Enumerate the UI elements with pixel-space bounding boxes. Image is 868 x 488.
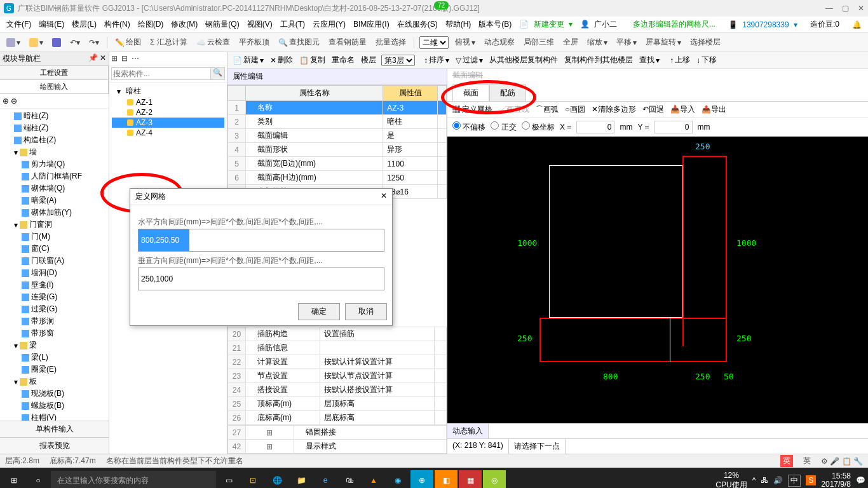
- save-button[interactable]: [50, 37, 64, 48]
- property-row[interactable]: 1名称AZ-3: [228, 101, 447, 115]
- menu-component[interactable]: 构件(N): [102, 18, 133, 31]
- polar-radio[interactable]: 极坐标: [522, 121, 555, 133]
- property-row[interactable]: 26底标高(m)层底标高: [228, 411, 447, 425]
- tray-ime[interactable]: 中: [788, 475, 801, 487]
- new-component-button[interactable]: 📄新建▾: [231, 55, 265, 65]
- steel-button[interactable]: 查看钢筋量: [326, 36, 369, 49]
- tree-node[interactable]: 壁龛(I): [0, 279, 109, 291]
- menu-cloud[interactable]: 云应用(Y): [310, 18, 348, 31]
- define-grid-button[interactable]: ▦ 定义网格: [452, 104, 492, 115]
- tab-section[interactable]: 截面: [452, 85, 489, 101]
- tree-node[interactable]: 过梁(G): [0, 303, 109, 315]
- draw-arc-button[interactable]: ⌒画弧: [536, 104, 559, 115]
- tree-node[interactable]: 砌体加筋(Y): [0, 207, 109, 219]
- tray-up-icon[interactable]: ^: [752, 476, 756, 485]
- app-7-icon[interactable]: ◧: [435, 470, 458, 488]
- menu-steel[interactable]: 钢筋量(Q): [203, 18, 241, 31]
- flat-button[interactable]: 平齐板顶: [236, 36, 272, 49]
- topview-button[interactable]: 俯视▾: [452, 36, 478, 49]
- nav-tree[interactable]: 暗柱(Z) 端柱(Z) 构造柱(Z)▾ 墙 剪力墙(Q) 人防门框墙(RF 砌体…: [0, 109, 109, 421]
- tree-node[interactable]: ▾ 门窗洞: [0, 219, 109, 231]
- draw-line-button[interactable]: ╱画直线: [499, 104, 529, 115]
- ok-button[interactable]: 确定: [298, 303, 340, 320]
- app-5-icon[interactable]: ◉: [386, 470, 409, 488]
- property-row-expand[interactable]: 42⊞显示样式: [228, 440, 447, 454]
- tab-rebar[interactable]: 配筋: [489, 85, 526, 101]
- property-row[interactable]: 4截面形状异形: [228, 143, 447, 157]
- app-1-icon[interactable]: ⊡: [241, 470, 264, 488]
- cortana-icon[interactable]: ○: [27, 470, 50, 488]
- redo-button[interactable]: ↷▾: [86, 37, 102, 48]
- ortho-radio[interactable]: 正交: [491, 121, 516, 133]
- movedown-button[interactable]: ↓下移: [695, 55, 718, 65]
- local3d-button[interactable]: 局部三维: [521, 36, 557, 49]
- notification-icon[interactable]: 💬: [856, 476, 865, 485]
- tree-node[interactable]: 墙洞(D): [0, 267, 109, 279]
- component-search-input[interactable]: [111, 67, 211, 80]
- rename-button[interactable]: 重命名: [330, 55, 356, 65]
- tree-node[interactable]: 端柱(Z): [0, 122, 109, 134]
- edge-icon[interactable]: e: [314, 470, 337, 488]
- taskbar-search[interactable]: 在这里输入你要搜索的内容: [51, 471, 216, 488]
- property-row[interactable]: 3截面编辑是: [228, 129, 447, 143]
- draw-button[interactable]: ✏️绘图: [112, 36, 144, 49]
- sum-button[interactable]: Σ 汇总计算: [147, 36, 190, 49]
- tab-drawing[interactable]: 绘图输入: [0, 80, 109, 93]
- find-button[interactable]: 🔍查找图元: [276, 36, 322, 49]
- tree-node[interactable]: 螺旋板(B): [0, 400, 109, 412]
- close-button[interactable]: ✕: [858, 4, 864, 13]
- selfloor-button[interactable]: 选择楼层: [688, 36, 723, 49]
- search-button[interactable]: 🔍: [211, 67, 225, 80]
- dynamic-input-button[interactable]: 动态输入: [447, 424, 489, 438]
- tree-node[interactable]: 带形窗: [0, 327, 109, 339]
- filter-button[interactable]: ▽过滤▾: [454, 55, 484, 65]
- property-row[interactable]: 22计算设置按默认计算设置计算: [228, 355, 447, 369]
- component-item[interactable]: AZ-4: [112, 128, 224, 138]
- property-row-expand[interactable]: 27⊞锚固搭接: [228, 426, 447, 440]
- view-select[interactable]: 二维: [419, 36, 449, 49]
- property-row[interactable]: 2类别暗柱: [228, 115, 447, 129]
- app-6-icon[interactable]: ⊕: [410, 470, 433, 488]
- clear-poly-button[interactable]: ✕清除多边形: [592, 104, 636, 115]
- component-item[interactable]: AZ-3: [112, 118, 224, 128]
- tray-sogou[interactable]: S: [806, 475, 816, 485]
- start-button[interactable]: ⊞: [3, 470, 25, 488]
- menu-view[interactable]: 视图(V): [245, 18, 275, 31]
- tree-node[interactable]: 构造柱(Z): [0, 134, 109, 146]
- dynamic-button[interactable]: 动态观察: [482, 36, 517, 49]
- property-row[interactable]: 23节点设置按默认节点设置计算: [228, 369, 447, 383]
- moveup-button[interactable]: ↑上移: [668, 55, 691, 65]
- tray-net-icon[interactable]: 🖧: [761, 476, 768, 485]
- new-change-button[interactable]: 📄 新建变更 ▾: [517, 18, 575, 31]
- property-row[interactable]: 21插筋信息: [228, 341, 447, 355]
- copyfrom-button[interactable]: 从其他楼层复制构件: [488, 55, 559, 65]
- tree-node[interactable]: 暗柱(Z): [0, 110, 109, 122]
- mid-expand-icon[interactable]: ⊞: [111, 54, 118, 63]
- app-8-icon[interactable]: ▦: [459, 470, 482, 488]
- tree-node[interactable]: 门联窗(A): [0, 255, 109, 267]
- property-row[interactable]: 5截面宽(B边)(mm)1100: [228, 157, 447, 171]
- menu-floor[interactable]: 楼层(L): [69, 18, 99, 31]
- nav-close-icon[interactable]: ✕: [100, 53, 106, 62]
- property-row[interactable]: 20插筋构造设置插筋: [228, 327, 447, 341]
- y-input[interactable]: [654, 121, 693, 133]
- floor-select[interactable]: 第3层: [381, 55, 415, 66]
- status-icons[interactable]: ⚙ 🎤 📋 🔧: [821, 457, 863, 466]
- tree-node[interactable]: 现浇板(B): [0, 388, 109, 400]
- menu-help[interactable]: 帮助(H): [443, 18, 474, 31]
- component-item[interactable]: AZ-2: [112, 107, 224, 118]
- copyto-button[interactable]: 复制构件到其他楼层: [563, 55, 634, 65]
- tree-node[interactable]: 砌体墙(Q): [0, 182, 109, 194]
- menu-draw[interactable]: 绘图(D): [135, 18, 166, 31]
- offset-radio[interactable]: 不偏移: [452, 121, 485, 133]
- minimize-button[interactable]: —: [825, 4, 833, 13]
- tree-node[interactable]: 暗梁(A): [0, 194, 109, 207]
- nav-pin-icon[interactable]: 📌: [88, 53, 98, 62]
- tree-node[interactable]: 窗(C): [0, 243, 109, 255]
- undo2-button[interactable]: ↶回退: [642, 104, 664, 115]
- property-row[interactable]: 25顶标高(m)层顶标高: [228, 397, 447, 411]
- menu-edit[interactable]: 编辑(E): [36, 18, 67, 31]
- app-4-icon[interactable]: ▲: [362, 470, 385, 488]
- section-canvas[interactable]: 250 1000 250 1000 250 800 250 50: [447, 137, 868, 423]
- copy-button[interactable]: 📋复制: [298, 55, 327, 65]
